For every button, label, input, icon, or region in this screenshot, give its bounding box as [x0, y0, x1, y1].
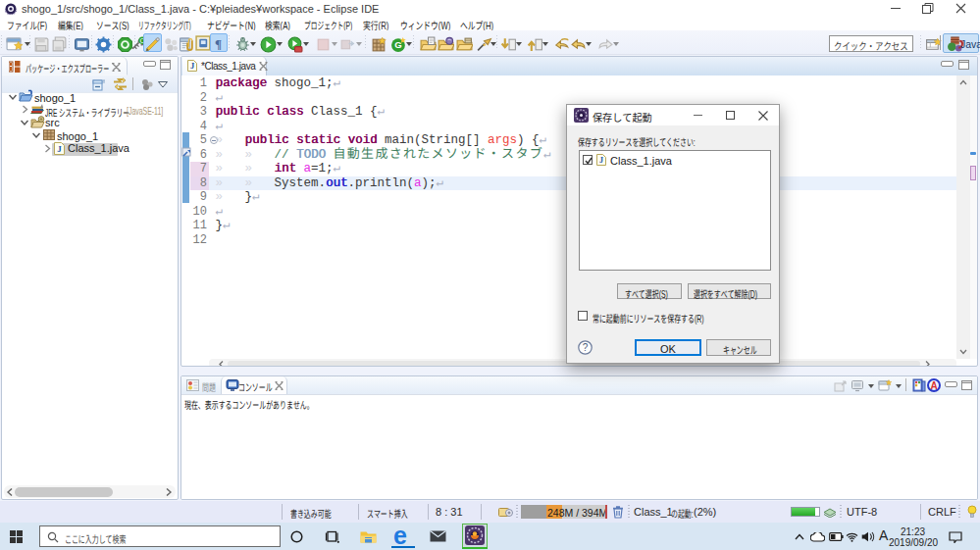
svg-text:A: A	[931, 380, 938, 391]
svg-text:?: ?	[583, 342, 589, 353]
svg-text:G: G	[394, 39, 401, 50]
svg-text:J: J	[599, 156, 603, 165]
svg-text:J: J	[57, 144, 62, 154]
